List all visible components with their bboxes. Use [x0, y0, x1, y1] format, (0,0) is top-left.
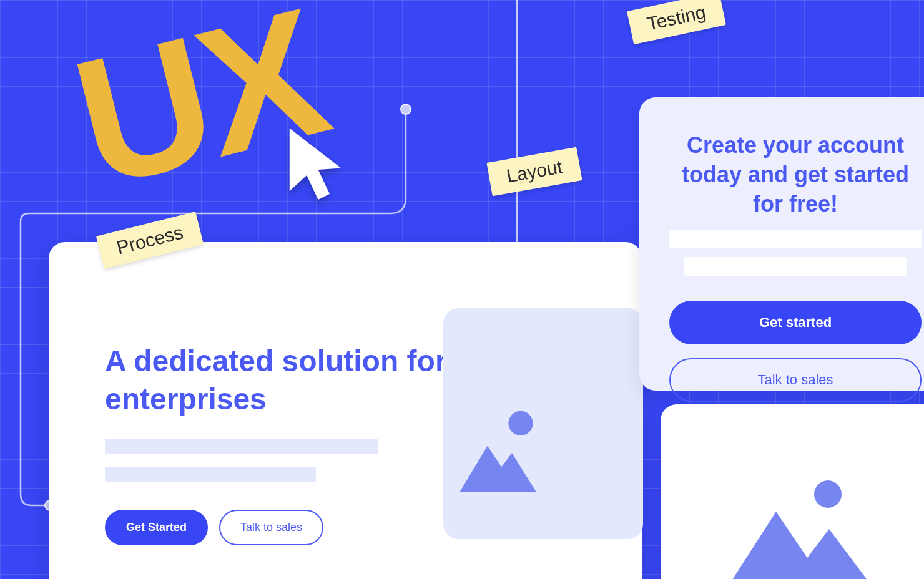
- talk-to-sales-button[interactable]: Talk to sales: [219, 510, 323, 545]
- svg-point-0: [401, 104, 411, 114]
- cursor-icon: [281, 122, 350, 209]
- signup-heading: Create your account today and get starte…: [669, 131, 922, 218]
- svg-point-3: [508, 411, 533, 435]
- get-started-button[interactable]: Get Started: [105, 510, 208, 545]
- svg-point-4: [814, 480, 842, 508]
- skeleton-input: [684, 257, 907, 276]
- skeleton-line: [105, 467, 316, 482]
- skeleton-line: [105, 439, 378, 454]
- image-card: [661, 404, 924, 579]
- signup-talk-to-sales-button[interactable]: Talk to sales: [669, 358, 922, 402]
- image-placeholder: [443, 308, 643, 539]
- signup-card: Create your account today and get starte…: [639, 97, 924, 391]
- signup-get-started-button[interactable]: Get started: [669, 301, 922, 344]
- skeleton-input: [669, 230, 922, 248]
